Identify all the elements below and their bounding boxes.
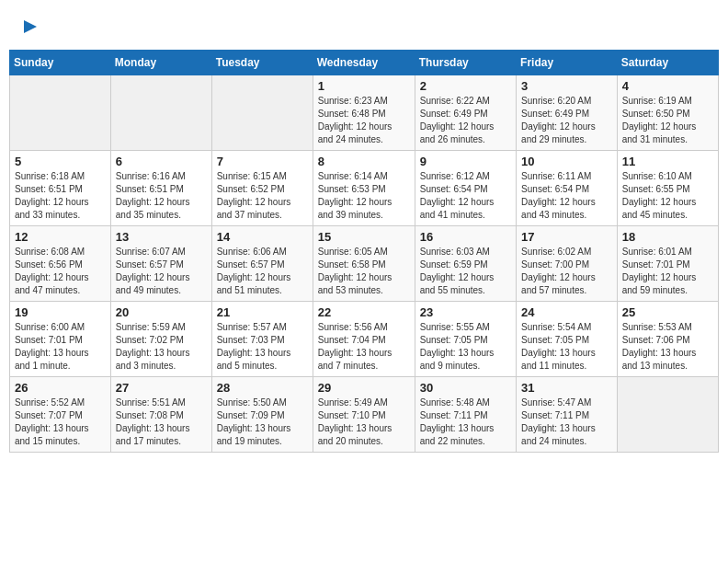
calendar-cell: 24Sunrise: 5:54 AM Sunset: 7:05 PM Dayli… (517, 302, 618, 377)
calendar-cell: 26Sunrise: 5:52 AM Sunset: 7:07 PM Dayli… (10, 377, 111, 453)
day-info: Sunrise: 5:49 AM Sunset: 7:10 PM Dayligh… (318, 396, 410, 448)
calendar-cell: 19Sunrise: 6:00 AM Sunset: 7:01 PM Dayli… (10, 302, 111, 377)
calendar-table: SundayMondayTuesdayWednesdayThursdayFrid… (9, 50, 719, 453)
calendar-cell: 6Sunrise: 6:16 AM Sunset: 6:51 PM Daylig… (110, 151, 211, 226)
day-number: 27 (116, 381, 207, 395)
day-info: Sunrise: 6:02 AM Sunset: 7:00 PM Dayligh… (521, 246, 612, 297)
day-info: Sunrise: 5:50 AM Sunset: 7:09 PM Dayligh… (217, 396, 308, 448)
day-info: Sunrise: 6:19 AM Sunset: 6:50 PM Dayligh… (622, 95, 713, 146)
day-number: 3 (521, 79, 612, 93)
day-info: Sunrise: 6:20 AM Sunset: 6:49 PM Dayligh… (521, 95, 612, 146)
day-info: Sunrise: 5:59 AM Sunset: 7:02 PM Dayligh… (116, 321, 207, 373)
calendar-cell: 31Sunrise: 5:47 AM Sunset: 7:11 PM Dayli… (517, 377, 618, 453)
calendar-cell: 1Sunrise: 6:23 AM Sunset: 6:48 PM Daylig… (313, 75, 415, 151)
calendar-cell: 14Sunrise: 6:06 AM Sunset: 6:57 PM Dayli… (211, 226, 313, 302)
day-number: 22 (318, 305, 410, 319)
day-number: 1 (318, 79, 410, 93)
day-info: Sunrise: 5:53 AM Sunset: 7:06 PM Dayligh… (622, 321, 713, 373)
day-number: 19 (15, 305, 106, 319)
day-info: Sunrise: 6:10 AM Sunset: 6:55 PM Dayligh… (622, 170, 713, 222)
day-number: 24 (521, 305, 612, 319)
calendar-cell: 5Sunrise: 6:18 AM Sunset: 6:51 PM Daylig… (10, 151, 111, 226)
calendar-cell: 2Sunrise: 6:22 AM Sunset: 6:49 PM Daylig… (415, 75, 516, 151)
calendar-cell (617, 377, 718, 453)
page-header (9, 9, 719, 42)
day-of-week-header: Friday (517, 51, 618, 75)
calendar-week-row: 5Sunrise: 6:18 AM Sunset: 6:51 PM Daylig… (10, 151, 719, 226)
day-info: Sunrise: 6:00 AM Sunset: 7:01 PM Dayligh… (15, 321, 106, 373)
day-info: Sunrise: 6:06 AM Sunset: 6:57 PM Dayligh… (217, 246, 308, 297)
day-number: 6 (116, 155, 207, 168)
day-number: 20 (116, 305, 207, 319)
day-number: 23 (420, 305, 511, 319)
day-number: 15 (318, 230, 410, 244)
calendar-cell: 28Sunrise: 5:50 AM Sunset: 7:09 PM Dayli… (211, 377, 313, 453)
day-number: 18 (622, 230, 713, 244)
day-info: Sunrise: 6:23 AM Sunset: 6:48 PM Dayligh… (318, 95, 410, 146)
day-number: 28 (217, 381, 308, 395)
calendar-header-row: SundayMondayTuesdayWednesdayThursdayFrid… (10, 51, 719, 75)
day-number: 2 (420, 79, 511, 93)
day-number: 14 (217, 230, 308, 244)
calendar-cell: 13Sunrise: 6:07 AM Sunset: 6:57 PM Dayli… (110, 226, 211, 302)
calendar-cell: 23Sunrise: 5:55 AM Sunset: 7:05 PM Dayli… (415, 302, 516, 377)
day-number: 25 (622, 305, 713, 319)
day-info: Sunrise: 6:16 AM Sunset: 6:51 PM Dayligh… (116, 170, 207, 222)
calendar-cell: 11Sunrise: 6:10 AM Sunset: 6:55 PM Dayli… (617, 151, 718, 226)
day-info: Sunrise: 6:15 AM Sunset: 6:52 PM Dayligh… (217, 170, 308, 222)
day-info: Sunrise: 5:57 AM Sunset: 7:03 PM Dayligh… (217, 321, 308, 373)
logo-icon (20, 17, 40, 37)
calendar-cell: 9Sunrise: 6:12 AM Sunset: 6:54 PM Daylig… (415, 151, 516, 226)
calendar-week-row: 19Sunrise: 6:00 AM Sunset: 7:01 PM Dayli… (10, 302, 719, 377)
calendar-week-row: 12Sunrise: 6:08 AM Sunset: 6:56 PM Dayli… (10, 226, 719, 302)
day-number: 10 (521, 155, 612, 168)
calendar-week-row: 1Sunrise: 6:23 AM Sunset: 6:48 PM Daylig… (10, 75, 719, 151)
day-number: 29 (318, 381, 410, 395)
day-number: 16 (420, 230, 511, 244)
calendar-cell (110, 75, 211, 151)
day-info: Sunrise: 5:52 AM Sunset: 7:07 PM Dayligh… (15, 396, 106, 448)
svg-marker-0 (24, 20, 37, 33)
calendar-cell: 22Sunrise: 5:56 AM Sunset: 7:04 PM Dayli… (313, 302, 415, 377)
calendar-cell: 15Sunrise: 6:05 AM Sunset: 6:58 PM Dayli… (313, 226, 415, 302)
day-info: Sunrise: 5:56 AM Sunset: 7:04 PM Dayligh… (318, 321, 410, 373)
calendar-cell (211, 75, 313, 151)
day-info: Sunrise: 6:03 AM Sunset: 6:59 PM Dayligh… (420, 246, 511, 297)
day-number: 11 (622, 155, 713, 168)
day-number: 8 (318, 155, 410, 168)
day-number: 21 (217, 305, 308, 319)
day-of-week-header: Saturday (617, 51, 718, 75)
day-of-week-header: Thursday (415, 51, 516, 75)
day-info: Sunrise: 6:14 AM Sunset: 6:53 PM Dayligh… (318, 170, 410, 222)
day-number: 31 (521, 381, 612, 395)
day-of-week-header: Wednesday (313, 51, 415, 75)
calendar-cell: 4Sunrise: 6:19 AM Sunset: 6:50 PM Daylig… (617, 75, 718, 151)
calendar-cell: 8Sunrise: 6:14 AM Sunset: 6:53 PM Daylig… (313, 151, 415, 226)
day-info: Sunrise: 6:07 AM Sunset: 6:57 PM Dayligh… (116, 246, 207, 297)
day-info: Sunrise: 5:48 AM Sunset: 7:11 PM Dayligh… (420, 396, 511, 448)
calendar-cell: 29Sunrise: 5:49 AM Sunset: 7:10 PM Dayli… (313, 377, 415, 453)
calendar-cell: 18Sunrise: 6:01 AM Sunset: 7:01 PM Dayli… (617, 226, 718, 302)
day-info: Sunrise: 6:22 AM Sunset: 6:49 PM Dayligh… (420, 95, 511, 146)
day-number: 12 (15, 230, 106, 244)
day-info: Sunrise: 5:47 AM Sunset: 7:11 PM Dayligh… (521, 396, 612, 448)
day-number: 26 (15, 381, 106, 395)
day-number: 13 (116, 230, 207, 244)
day-number: 5 (15, 155, 106, 168)
day-info: Sunrise: 5:55 AM Sunset: 7:05 PM Dayligh… (420, 321, 511, 373)
day-number: 17 (521, 230, 612, 244)
day-info: Sunrise: 6:05 AM Sunset: 6:58 PM Dayligh… (318, 246, 410, 297)
calendar-cell: 17Sunrise: 6:02 AM Sunset: 7:00 PM Dayli… (517, 226, 618, 302)
calendar-cell: 16Sunrise: 6:03 AM Sunset: 6:59 PM Dayli… (415, 226, 516, 302)
day-info: Sunrise: 6:08 AM Sunset: 6:56 PM Dayligh… (15, 246, 106, 297)
day-info: Sunrise: 6:01 AM Sunset: 7:01 PM Dayligh… (622, 246, 713, 297)
calendar-week-row: 26Sunrise: 5:52 AM Sunset: 7:07 PM Dayli… (10, 377, 719, 453)
calendar-cell: 25Sunrise: 5:53 AM Sunset: 7:06 PM Dayli… (617, 302, 718, 377)
calendar-cell: 7Sunrise: 6:15 AM Sunset: 6:52 PM Daylig… (211, 151, 313, 226)
day-number: 30 (420, 381, 511, 395)
day-info: Sunrise: 5:51 AM Sunset: 7:08 PM Dayligh… (116, 396, 207, 448)
calendar-cell: 27Sunrise: 5:51 AM Sunset: 7:08 PM Dayli… (110, 377, 211, 453)
day-of-week-header: Sunday (10, 51, 111, 75)
day-info: Sunrise: 5:54 AM Sunset: 7:05 PM Dayligh… (521, 321, 612, 373)
calendar-cell: 20Sunrise: 5:59 AM Sunset: 7:02 PM Dayli… (110, 302, 211, 377)
